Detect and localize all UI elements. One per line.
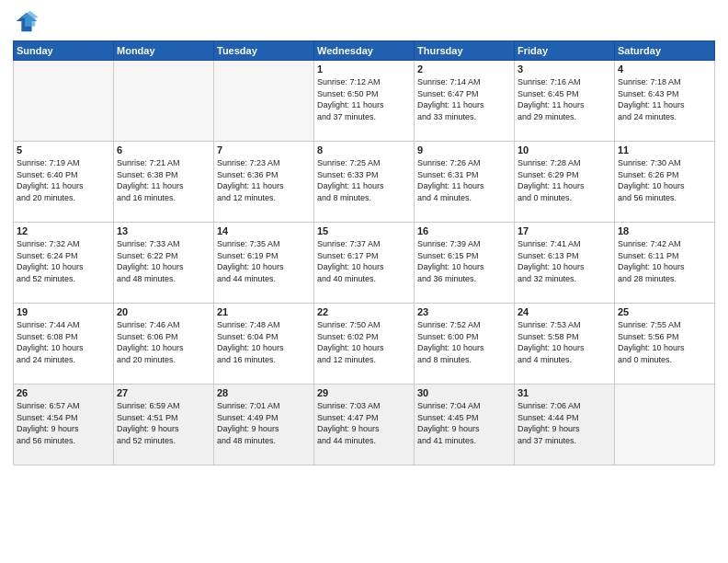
day-number: 2 [417,63,511,75]
day-number: 11 [618,144,711,155]
day-number: 19 [17,306,110,317]
calendar-cell: 3Sunrise: 7:16 AM Sunset: 6:45 PM Daylig… [515,61,615,142]
day-number: 27 [117,387,210,398]
calendar-cell: 13Sunrise: 7:33 AM Sunset: 6:22 PM Dayli… [114,223,214,304]
week-row-0: 1Sunrise: 7:12 AM Sunset: 6:50 PM Daylig… [14,61,715,142]
day-info: Sunrise: 7:53 AM Sunset: 5:58 PM Dayligh… [518,319,611,365]
weekday-header-saturday: Saturday [615,41,715,61]
day-number: 6 [117,144,210,155]
day-number: 1 [317,63,411,75]
calendar-cell: 31Sunrise: 7:06 AM Sunset: 4:44 PM Dayli… [515,385,615,465]
calendar-cell: 16Sunrise: 7:39 AM Sunset: 6:15 PM Dayli… [415,223,515,304]
day-number: 23 [417,306,511,317]
calendar-container: SundayMondayTuesdayWednesdayThursdayFrid… [0,0,728,563]
day-number: 10 [518,144,611,155]
day-info: Sunrise: 7:32 AM Sunset: 6:24 PM Dayligh… [17,238,110,284]
calendar-cell: 21Sunrise: 7:48 AM Sunset: 6:04 PM Dayli… [214,304,314,385]
weekday-header-friday: Friday [515,41,615,61]
week-row-2: 12Sunrise: 7:32 AM Sunset: 6:24 PM Dayli… [14,223,715,304]
day-info: Sunrise: 6:59 AM Sunset: 4:51 PM Dayligh… [117,400,210,446]
calendar-cell: 11Sunrise: 7:30 AM Sunset: 6:26 PM Dayli… [615,142,715,223]
calendar-cell: 5Sunrise: 7:19 AM Sunset: 6:40 PM Daylig… [14,142,114,223]
day-info: Sunrise: 7:46 AM Sunset: 6:06 PM Dayligh… [117,319,210,365]
calendar-cell: 19Sunrise: 7:44 AM Sunset: 6:08 PM Dayli… [14,304,114,385]
weekday-header-monday: Monday [114,41,214,61]
weekday-header-thursday: Thursday [415,41,515,61]
day-info: Sunrise: 7:35 AM Sunset: 6:19 PM Dayligh… [217,238,311,284]
day-info: Sunrise: 7:25 AM Sunset: 6:33 PM Dayligh… [317,157,411,203]
day-info: Sunrise: 7:33 AM Sunset: 6:22 PM Dayligh… [117,238,210,284]
calendar-cell: 6Sunrise: 7:21 AM Sunset: 6:38 PM Daylig… [114,142,214,223]
calendar-cell: 4Sunrise: 7:18 AM Sunset: 6:43 PM Daylig… [615,61,715,142]
day-number: 20 [117,306,210,317]
day-info: Sunrise: 7:39 AM Sunset: 6:15 PM Dayligh… [417,238,511,284]
calendar-cell: 7Sunrise: 7:23 AM Sunset: 6:36 PM Daylig… [214,142,314,223]
calendar-cell [114,61,214,142]
day-number: 25 [618,306,711,317]
calendar-cell [214,61,314,142]
week-row-3: 19Sunrise: 7:44 AM Sunset: 6:08 PM Dayli… [14,304,715,385]
calendar-cell: 17Sunrise: 7:41 AM Sunset: 6:13 PM Dayli… [515,223,615,304]
day-info: Sunrise: 7:03 AM Sunset: 4:47 PM Dayligh… [317,400,411,446]
calendar-cell [14,61,114,142]
day-info: Sunrise: 7:14 AM Sunset: 6:47 PM Dayligh… [417,76,511,122]
day-number: 22 [317,306,411,317]
day-info: Sunrise: 7:21 AM Sunset: 6:38 PM Dayligh… [117,157,210,203]
weekday-header-tuesday: Tuesday [214,41,314,61]
calendar-cell: 26Sunrise: 6:57 AM Sunset: 4:54 PM Dayli… [14,385,114,465]
day-info: Sunrise: 7:26 AM Sunset: 6:31 PM Dayligh… [417,157,511,203]
day-number: 29 [317,387,411,398]
day-info: Sunrise: 7:48 AM Sunset: 6:04 PM Dayligh… [217,319,311,365]
calendar-cell: 20Sunrise: 7:46 AM Sunset: 6:06 PM Dayli… [114,304,214,385]
day-info: Sunrise: 7:23 AM Sunset: 6:36 PM Dayligh… [217,157,311,203]
weekday-header-sunday: Sunday [14,41,114,61]
day-number: 24 [518,306,611,317]
logo-icon [13,9,39,35]
calendar-cell: 30Sunrise: 7:04 AM Sunset: 4:45 PM Dayli… [415,385,515,465]
day-info: Sunrise: 7:06 AM Sunset: 4:44 PM Dayligh… [518,400,611,446]
day-info: Sunrise: 7:18 AM Sunset: 6:43 PM Dayligh… [618,76,711,122]
calendar-cell: 24Sunrise: 7:53 AM Sunset: 5:58 PM Dayli… [515,304,615,385]
day-number: 31 [518,387,611,398]
day-info: Sunrise: 7:37 AM Sunset: 6:17 PM Dayligh… [317,238,411,284]
day-number: 5 [17,144,110,155]
day-number: 12 [17,225,110,236]
logo [13,9,42,35]
day-number: 17 [518,225,611,236]
day-number: 15 [317,225,411,236]
calendar-cell: 8Sunrise: 7:25 AM Sunset: 6:33 PM Daylig… [314,142,415,223]
day-info: Sunrise: 7:50 AM Sunset: 6:02 PM Dayligh… [317,319,411,365]
calendar-cell: 1Sunrise: 7:12 AM Sunset: 6:50 PM Daylig… [314,61,415,142]
calendar-cell [615,385,715,465]
day-info: Sunrise: 7:01 AM Sunset: 4:49 PM Dayligh… [217,400,311,446]
week-row-1: 5Sunrise: 7:19 AM Sunset: 6:40 PM Daylig… [14,142,715,223]
day-number: 30 [417,387,511,398]
calendar-cell: 2Sunrise: 7:14 AM Sunset: 6:47 PM Daylig… [415,61,515,142]
weekday-header-row: SundayMondayTuesdayWednesdayThursdayFrid… [14,41,715,61]
calendar-cell: 15Sunrise: 7:37 AM Sunset: 6:17 PM Dayli… [314,223,415,304]
calendar-table: SundayMondayTuesdayWednesdayThursdayFrid… [13,40,715,465]
calendar-cell: 18Sunrise: 7:42 AM Sunset: 6:11 PM Dayli… [615,223,715,304]
day-info: Sunrise: 7:30 AM Sunset: 6:26 PM Dayligh… [618,157,711,203]
day-info: Sunrise: 7:28 AM Sunset: 6:29 PM Dayligh… [518,157,611,203]
day-info: Sunrise: 7:55 AM Sunset: 5:56 PM Dayligh… [618,319,711,365]
calendar-cell: 14Sunrise: 7:35 AM Sunset: 6:19 PM Dayli… [214,223,314,304]
day-number: 8 [317,144,411,155]
calendar-cell: 25Sunrise: 7:55 AM Sunset: 5:56 PM Dayli… [615,304,715,385]
calendar-cell: 28Sunrise: 7:01 AM Sunset: 4:49 PM Dayli… [214,385,314,465]
day-info: Sunrise: 7:52 AM Sunset: 6:00 PM Dayligh… [417,319,511,365]
day-info: Sunrise: 7:12 AM Sunset: 6:50 PM Dayligh… [317,76,411,122]
day-number: 4 [618,63,711,75]
calendar-cell: 29Sunrise: 7:03 AM Sunset: 4:47 PM Dayli… [314,385,415,465]
calendar-cell: 9Sunrise: 7:26 AM Sunset: 6:31 PM Daylig… [415,142,515,223]
day-number: 14 [217,225,311,236]
day-number: 18 [618,225,711,236]
weekday-header-wednesday: Wednesday [314,41,415,61]
week-row-4: 26Sunrise: 6:57 AM Sunset: 4:54 PM Dayli… [14,385,715,465]
day-number: 26 [17,387,110,398]
day-number: 16 [417,225,511,236]
calendar-cell: 22Sunrise: 7:50 AM Sunset: 6:02 PM Dayli… [314,304,415,385]
day-number: 21 [217,306,311,317]
calendar-cell: 12Sunrise: 7:32 AM Sunset: 6:24 PM Dayli… [14,223,114,304]
calendar-cell: 10Sunrise: 7:28 AM Sunset: 6:29 PM Dayli… [515,142,615,223]
